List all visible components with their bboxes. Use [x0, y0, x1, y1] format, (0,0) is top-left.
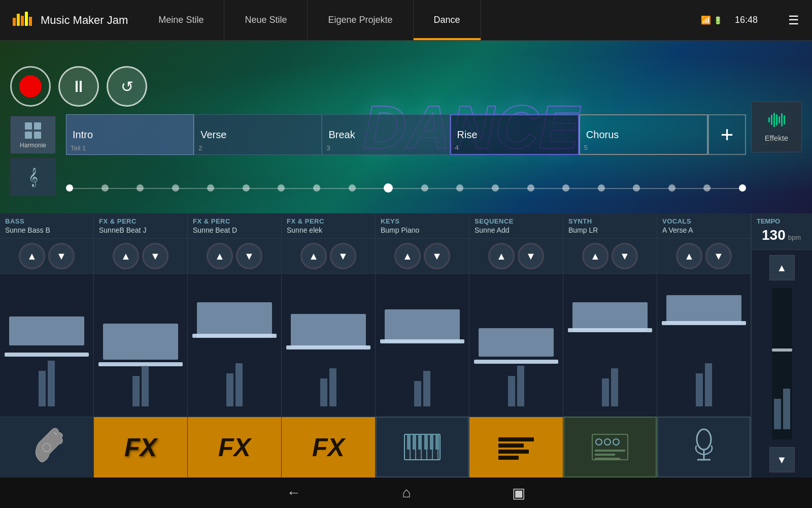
channel-voc-up[interactable]: ▲	[676, 243, 702, 269]
channel-synth-up[interactable]: ▲	[582, 243, 608, 269]
score-button[interactable]: 𝄞	[10, 158, 56, 196]
dot-16[interactable]	[598, 184, 605, 192]
channel-synth-controls: ▲ ▼	[563, 239, 657, 274]
channel-bass-down[interactable]: ▼	[48, 243, 75, 269]
segment-chorus[interactable]: Chorus 5	[579, 114, 708, 155]
fader-track	[657, 274, 751, 417]
tempo-slider[interactable]	[772, 288, 792, 439]
record-button[interactable]	[10, 66, 51, 107]
channel-fx2-up[interactable]: ▲	[207, 243, 233, 269]
dot-6[interactable]	[243, 184, 250, 192]
dot-2[interactable]	[101, 184, 109, 192]
segment-break[interactable]: Break 3	[322, 114, 450, 155]
dot-20[interactable]	[739, 184, 746, 192]
channel-fx3-icon[interactable]: FX	[282, 417, 375, 478]
channel-bass-icon[interactable]	[0, 417, 93, 478]
channel-keys-up[interactable]: ▲	[394, 243, 421, 269]
harmonie-button[interactable]: Harmonie	[10, 116, 56, 154]
channel-voc-name: A Verse A	[662, 226, 746, 234]
channel-seq-down[interactable]: ▼	[518, 243, 544, 269]
channel-fx3-controls: ▲ ▼	[282, 239, 375, 274]
channel-synth-header: SYNTH Bump LR	[563, 213, 657, 239]
svg-rect-8	[34, 132, 41, 139]
dot-12[interactable]	[456, 184, 463, 192]
dot-5[interactable]	[207, 184, 214, 192]
dot-3[interactable]	[137, 184, 144, 192]
channel-seq-fader[interactable]	[469, 274, 563, 417]
channel-bass-up[interactable]: ▲	[19, 243, 45, 269]
channel-fx1: FX & PERC SunneB Beat J ▲ ▼	[94, 213, 188, 478]
pause-button[interactable]: ⏸	[58, 66, 99, 107]
fader-vbars	[414, 371, 430, 406]
tab-meine-stile[interactable]: Meine Stile	[138, 0, 224, 40]
up-arrow-icon: ▲	[590, 250, 600, 262]
dot-11[interactable]	[421, 184, 428, 192]
channel-fx2-down[interactable]: ▼	[236, 243, 262, 269]
channel-synth-down[interactable]: ▼	[612, 243, 638, 269]
synth-panel-icon	[590, 429, 630, 465]
channel-seq-icon[interactable]	[469, 417, 563, 478]
dot-7[interactable]	[278, 184, 285, 192]
channel-bass-fader[interactable]	[0, 274, 93, 417]
dot-1[interactable]	[66, 184, 73, 192]
segment-intro[interactable]: Intro Teil 1	[66, 114, 194, 155]
channel-synth-fader[interactable]	[563, 274, 657, 417]
wifi-icon: 📶	[701, 15, 711, 25]
dot-9[interactable]	[349, 184, 356, 192]
dot-14[interactable]	[527, 184, 534, 192]
dot-10[interactable]	[384, 183, 393, 193]
dot-13[interactable]	[492, 184, 499, 192]
sequencer-icon	[496, 430, 536, 465]
song-section: DANCE ⏸ ↺	[0, 41, 812, 213]
channel-sequence: SEQUENCE Sunne Add ▲ ▼	[469, 213, 563, 478]
dot-4[interactable]	[172, 184, 179, 192]
channel-fx1-icon[interactable]: FX	[94, 417, 187, 478]
tempo-down-button[interactable]: ▼	[769, 447, 795, 472]
channel-voc-down[interactable]: ▼	[705, 243, 732, 269]
effekte-button[interactable]: Effekte	[751, 102, 802, 152]
tempo-fader: ▲ ▼	[752, 250, 812, 478]
transport-row: ⏸ ↺	[10, 66, 147, 107]
channel-fx3-up[interactable]: ▲	[300, 243, 327, 269]
channel-fx2-fader[interactable]	[188, 274, 281, 417]
dot-19[interactable]	[703, 184, 710, 192]
recent-button[interactable]: ▣	[512, 485, 525, 501]
svg-rect-21	[424, 434, 428, 450]
tab-dance[interactable]: Dance	[414, 0, 481, 40]
channel-fx2-controls: ▲ ▼	[188, 239, 281, 274]
channel-vocals: VOCALS A Verse A ▲ ▼	[657, 213, 751, 478]
channel-fx1-fader[interactable]	[94, 274, 187, 417]
segment-rise[interactable]: Rise 4	[450, 114, 579, 155]
home-button[interactable]: ⌂	[402, 485, 411, 501]
channel-fx1-up[interactable]: ▲	[113, 243, 139, 269]
nav-tabs: Meine Stile Neue Stile Eigene Projekte D…	[138, 0, 701, 40]
svg-rect-7	[25, 132, 32, 139]
menu-icon[interactable]: ☰	[775, 13, 812, 27]
dot-17[interactable]	[633, 184, 640, 192]
add-segment-button[interactable]: +	[708, 114, 746, 155]
channel-fx1-down[interactable]: ▼	[142, 243, 168, 269]
dot-8[interactable]	[313, 184, 320, 192]
channel-fx2-icon[interactable]: FX	[188, 417, 281, 478]
channel-fx3-fader[interactable]	[282, 274, 375, 417]
channel-voc-fader[interactable]	[657, 274, 751, 417]
channel-synth-icon[interactable]	[563, 417, 657, 478]
down-arrow-icon: ▼	[56, 250, 66, 262]
segment-verse[interactable]: Verse 2	[194, 114, 322, 155]
channel-fx3-down[interactable]: ▼	[330, 243, 356, 269]
dot-18[interactable]	[668, 184, 675, 192]
channel-seq-up[interactable]: ▲	[488, 243, 515, 269]
channel-keys-icon[interactable]	[376, 417, 469, 478]
back-button[interactable]: ←	[287, 485, 301, 501]
svg-rect-20	[418, 434, 422, 450]
channel-keys-down[interactable]: ▼	[424, 243, 450, 269]
replay-button[interactable]: ↺	[107, 66, 147, 107]
tab-neue-stile[interactable]: Neue Stile	[224, 0, 308, 40]
dot-15[interactable]	[562, 184, 569, 192]
piano-icon	[402, 429, 443, 465]
channel-voc-icon[interactable]	[657, 417, 751, 478]
record-icon	[19, 75, 42, 98]
tempo-up-button[interactable]: ▲	[769, 255, 795, 280]
channel-keys-fader[interactable]	[376, 274, 469, 417]
tab-eigene-projekte[interactable]: Eigene Projekte	[308, 0, 413, 40]
